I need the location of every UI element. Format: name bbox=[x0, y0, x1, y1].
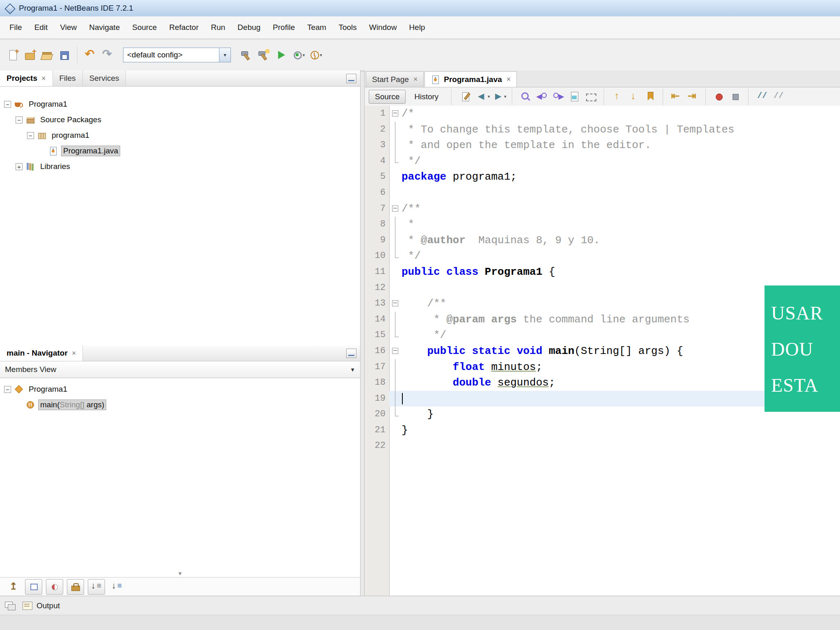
tree-item-source-packages[interactable]: −Source Packages bbox=[0, 112, 360, 128]
code-fold-gutter[interactable] bbox=[389, 169, 402, 185]
close-tab-icon[interactable]: × bbox=[413, 75, 418, 84]
dock-window-icon[interactable] bbox=[5, 600, 17, 611]
code-line-22[interactable]: 22 bbox=[365, 438, 840, 454]
code-fold-gutter[interactable] bbox=[389, 185, 402, 201]
minimize-window-group-icon[interactable] bbox=[346, 349, 356, 358]
editor-tab-programa1-java[interactable]: Programa1.java× bbox=[425, 71, 517, 87]
code-line-21[interactable]: 21} bbox=[365, 422, 840, 438]
menu-file[interactable]: File bbox=[3, 16, 28, 39]
tab-navigator[interactable]: main - Navigator × bbox=[0, 345, 83, 361]
close-tab-icon[interactable]: × bbox=[41, 74, 46, 83]
code-line-9[interactable]: 9 * @author Maquinas 8, 9 y 10. bbox=[365, 233, 840, 249]
code-fold-gutter[interactable] bbox=[389, 296, 402, 312]
start-macro-button[interactable] bbox=[711, 89, 727, 105]
uncomment-button[interactable] bbox=[770, 89, 786, 105]
previous-occurrence-button[interactable] bbox=[609, 89, 625, 105]
code-fold-gutter[interactable] bbox=[389, 312, 402, 328]
minus-expander-icon[interactable]: − bbox=[16, 116, 23, 123]
shift-line-right-button[interactable] bbox=[685, 89, 701, 105]
tree-item-main-method[interactable]: main(String[] args) bbox=[0, 397, 360, 413]
minus-expander-icon[interactable]: − bbox=[4, 101, 11, 108]
plus-expander-icon[interactable]: + bbox=[16, 163, 23, 170]
menu-view[interactable]: View bbox=[54, 16, 83, 39]
menu-run[interactable]: Run bbox=[205, 16, 231, 39]
next-occurrence-button[interactable] bbox=[626, 89, 641, 105]
new-project-button[interactable] bbox=[21, 46, 39, 64]
tab-output[interactable]: Output bbox=[22, 601, 60, 610]
menu-window[interactable]: Window bbox=[363, 16, 403, 39]
run-project-button[interactable] bbox=[272, 46, 289, 64]
code-fold-gutter[interactable] bbox=[389, 391, 402, 407]
toggle-bookmark-button[interactable] bbox=[642, 89, 658, 105]
menu-tools[interactable]: Tools bbox=[332, 16, 363, 39]
code-fold-gutter[interactable] bbox=[389, 375, 402, 391]
close-tab-icon[interactable]: × bbox=[72, 349, 76, 358]
code-fold-gutter[interactable] bbox=[389, 153, 402, 169]
find-next-button[interactable] bbox=[550, 89, 566, 105]
minus-expander-icon[interactable]: − bbox=[4, 386, 11, 393]
code-fold-gutter[interactable] bbox=[389, 406, 402, 422]
code-fold-gutter[interactable] bbox=[389, 359, 402, 375]
toggle-highlight-button[interactable] bbox=[567, 89, 582, 105]
code-line-1[interactable]: 1/* bbox=[365, 106, 840, 122]
code-line-3[interactable]: 3 * and open the template in the editor. bbox=[365, 137, 840, 153]
config-dropdown[interactable]: <default config> ▾ bbox=[123, 48, 231, 62]
menu-source[interactable]: Source bbox=[126, 16, 163, 39]
code-line-11[interactable]: 11public class Programa1 { bbox=[365, 264, 840, 280]
minimize-window-group-icon[interactable] bbox=[346, 74, 356, 83]
show-fields-button[interactable] bbox=[25, 579, 42, 595]
tab-services[interactable]: Services bbox=[83, 71, 126, 86]
back-button[interactable]: ▾ bbox=[475, 89, 491, 105]
code-fold-gutter[interactable] bbox=[389, 217, 402, 233]
code-fold-gutter[interactable] bbox=[389, 422, 402, 438]
fold-collapse-icon[interactable] bbox=[392, 300, 398, 306]
fold-collapse-icon[interactable] bbox=[392, 205, 398, 212]
code-line-8[interactable]: 8 * bbox=[365, 217, 840, 233]
menu-help[interactable]: Help bbox=[403, 16, 431, 39]
open-project-button[interactable] bbox=[39, 46, 56, 64]
close-tab-icon[interactable]: × bbox=[507, 75, 511, 84]
fold-collapse-icon[interactable] bbox=[392, 348, 398, 354]
code-line-7[interactable]: 7/** bbox=[365, 201, 840, 217]
menu-edit[interactable]: Edit bbox=[28, 16, 54, 39]
clean-build-button[interactable] bbox=[255, 46, 272, 64]
shift-line-left-button[interactable] bbox=[669, 89, 684, 105]
code-line-6[interactable]: 6 bbox=[365, 185, 840, 201]
code-fold-gutter[interactable] bbox=[389, 248, 402, 264]
code-line-4[interactable]: 4 */ bbox=[365, 153, 840, 169]
sort-by-source-button[interactable] bbox=[109, 580, 125, 594]
menu-navigate[interactable]: Navigate bbox=[83, 16, 126, 39]
tree-item-libraries[interactable]: +Libraries bbox=[0, 159, 360, 174]
show-inherited-members-button[interactable] bbox=[5, 580, 21, 594]
redo-button[interactable] bbox=[99, 46, 116, 64]
show-static-members-button[interactable] bbox=[67, 579, 84, 595]
code-fold-gutter[interactable] bbox=[389, 137, 402, 153]
rectangular-selection-button[interactable] bbox=[583, 89, 599, 105]
history-view-button[interactable]: History bbox=[408, 90, 445, 104]
chevron-down-icon[interactable]: ▾ bbox=[219, 48, 231, 62]
sort-by-name-button[interactable] bbox=[88, 579, 105, 595]
menu-team[interactable]: Team bbox=[301, 16, 332, 39]
fold-collapse-icon[interactable] bbox=[392, 110, 398, 116]
tree-item-programa1[interactable]: −Programa1 bbox=[0, 96, 360, 112]
code-fold-gutter[interactable] bbox=[389, 233, 402, 249]
code-fold-gutter[interactable] bbox=[389, 106, 402, 122]
undo-button[interactable] bbox=[82, 46, 99, 64]
minus-expander-icon[interactable]: − bbox=[27, 132, 34, 139]
find-previous-button[interactable] bbox=[534, 89, 550, 105]
save-all-button[interactable] bbox=[56, 46, 73, 64]
code-line-10[interactable]: 10 */ bbox=[365, 248, 840, 264]
tab-files[interactable]: Files bbox=[53, 71, 83, 86]
forward-button[interactable]: ▾ bbox=[491, 89, 507, 105]
code-line-5[interactable]: 5package programa1; bbox=[365, 169, 840, 185]
code-fold-gutter[interactable] bbox=[389, 280, 402, 296]
last-edited-button[interactable] bbox=[459, 89, 474, 105]
comment-button[interactable] bbox=[754, 89, 769, 105]
tab-projects[interactable]: Projects× bbox=[0, 71, 53, 86]
window-titlebar[interactable]: Programa1 - NetBeans IDE 7.2.1 bbox=[0, 0, 840, 17]
new-file-button[interactable] bbox=[4, 46, 21, 64]
tree-item-programa1[interactable]: −programa1 bbox=[0, 128, 360, 143]
menu-profile[interactable]: Profile bbox=[267, 16, 301, 39]
stop-macro-button[interactable] bbox=[728, 89, 743, 105]
code-fold-gutter[interactable] bbox=[389, 438, 402, 454]
